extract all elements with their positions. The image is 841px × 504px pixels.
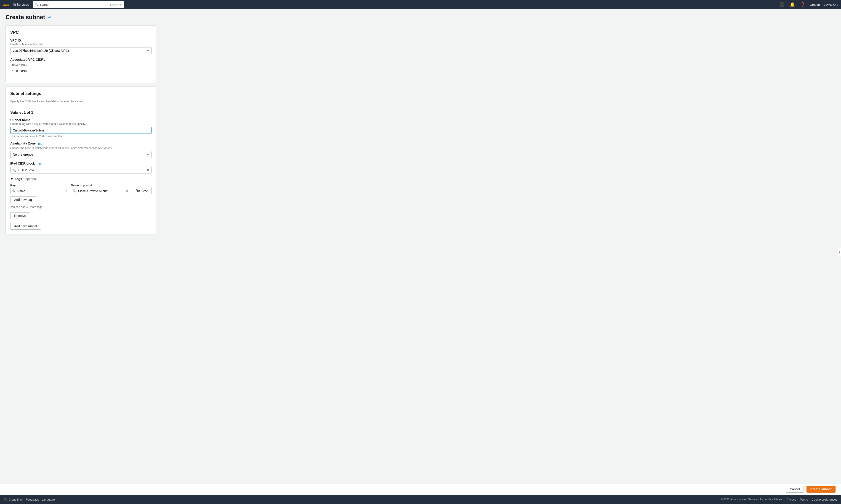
subnet-name-input[interactable] — [10, 127, 152, 134]
account-selector[interactable]: DevNetOrg — [823, 3, 838, 6]
value-header-col: Value - optional 🔍 ✕ — [71, 183, 130, 194]
aws-logo[interactable]: aws — [3, 1, 9, 8]
chevron-down-icon: ▼ — [10, 177, 14, 181]
services-menu-button[interactable]: ⊞ Services — [11, 2, 31, 8]
search-icon: 🔍 — [12, 168, 16, 172]
vpc-id-label: VPC ID — [10, 39, 152, 42]
tags-section: ▼ Tags - optional Key 🔍 ✕ Value — [10, 177, 152, 209]
tag-value-input-wrap: 🔍 ✕ — [71, 188, 130, 194]
az-label: Availability Zone — [10, 142, 36, 145]
footer-copyright: © 2023, Amazon Web Services, Inc. or its… — [721, 498, 783, 501]
vpc-card-title: VPC — [10, 30, 152, 35]
associated-cidrs-label: Associated VPC CIDRs — [10, 58, 152, 61]
tags-label: Tags — [15, 177, 22, 181]
tags-toggle-button[interactable]: ▼ Tags - optional — [10, 177, 37, 181]
vpc-id-group: VPC ID Create subnets in this VPC. vpc-0… — [10, 39, 152, 54]
subnet-name-hint: Create a tag with a key of 'Name' and a … — [10, 122, 152, 126]
key-col-header: Key — [10, 183, 69, 187]
tag-value-search-icon: 🔍 — [73, 189, 76, 193]
vpc-id-select[interactable]: vpc-077bee164cfdc9b29 (CiscoU-VPC) — [10, 47, 152, 54]
help-icon-button[interactable]: ❓ — [800, 1, 806, 8]
tags-grid: Key 🔍 ✕ Value - optional 🔍 — [10, 183, 152, 194]
top-navigation: aws ⊞ Services 🔍 [Option+S] ⬛ 🔔 ❓ Oregon… — [0, 0, 841, 9]
bottom-action-bar: Cancel Create subnet — [0, 483, 841, 495]
cookie-preferences-link[interactable]: Cookie preferences — [811, 498, 837, 501]
create-subnet-button[interactable]: Create subnet — [806, 486, 836, 492]
terminal-icon-button[interactable]: ⬛ — [778, 1, 785, 8]
ipv4-cidr-label: IPv4 CIDR block — [10, 162, 35, 165]
tag-key-input[interactable] — [16, 188, 65, 194]
page-title: Create subnet — [5, 14, 45, 21]
remove-subnet-button[interactable]: Remove — [10, 212, 30, 219]
add-new-tag-button[interactable]: Add new tag — [10, 196, 36, 203]
az-label-row: Availability Zone Info — [10, 142, 152, 146]
key-header-col: Key 🔍 ✕ — [10, 183, 69, 194]
search-shortcut: [Option+S] — [110, 3, 122, 6]
ipv4-cidr-input-wrap: 🔍 ✕ — [10, 167, 152, 174]
tag-value-input[interactable] — [77, 188, 126, 194]
nav-right: ⬛ 🔔 ❓ Oregon DevNetOrg — [778, 1, 838, 8]
side-panel-toggle[interactable]: ℹ — [838, 248, 841, 256]
page-info-link[interactable]: Info — [47, 16, 52, 19]
az-select[interactable]: No preference — [10, 151, 152, 158]
cidr-row: 10.0.0.0/16 — [10, 68, 152, 74]
az-hint: Choose the zone in which your subnet wil… — [10, 146, 152, 150]
cloudshell-button[interactable]: ⬛ CloudShell — [4, 498, 23, 501]
page-title-row: Create subnet Info — [5, 14, 836, 21]
ipv4-cidr-clear-button[interactable]: ✕ — [147, 168, 150, 172]
cidr-value: 10.0.0.0/16 — [10, 68, 152, 74]
subnet-settings-title: Subnet settings — [10, 91, 152, 96]
search-icon: 🔍 — [35, 3, 38, 6]
footer-left: ⬛ CloudShell Feedback Language — [4, 498, 55, 501]
language-link[interactable]: Language — [41, 498, 55, 501]
remove-tag-button[interactable]: Remove — [132, 187, 152, 194]
associated-cidrs-group: Associated VPC CIDRs IPv4 CIDRs 10.0.0.0… — [10, 58, 152, 74]
grid-icon: ⊞ — [13, 2, 16, 7]
remove-tag-col: Remove — [132, 187, 152, 194]
value-col-header: Value - optional — [71, 183, 130, 187]
svg-text:aws: aws — [3, 3, 9, 6]
subnet-name-label: Subnet name — [10, 118, 152, 122]
ipv4-cidr-label-row: IPv4 CIDR block Info — [10, 162, 152, 166]
main-content: Create subnet Info VPC VPC ID Create sub… — [0, 9, 841, 504]
divider — [10, 107, 152, 107]
feedback-link[interactable]: Feedback — [26, 498, 39, 501]
add-new-subnet-button[interactable]: Add new subnet — [10, 223, 41, 230]
subnet-name-group: Subnet name Create a tag with a key of '… — [10, 118, 152, 138]
availability-zone-group: Availability Zone Info Choose the zone i… — [10, 142, 152, 158]
privacy-link[interactable]: Privacy — [786, 498, 796, 501]
az-info-link[interactable]: Info — [37, 142, 42, 145]
cidr-table: IPv4 CIDRs 10.0.0.0/16 — [10, 63, 152, 74]
cancel-button[interactable]: Cancel — [786, 486, 804, 492]
subnet-name-note: The name can be up to 256 characters lon… — [10, 135, 152, 138]
ipv4-cidrs-header: IPv4 CIDRs — [10, 63, 152, 68]
tag-value-clear-button[interactable]: ✕ — [126, 189, 128, 193]
region-selector[interactable]: Oregon — [810, 3, 820, 6]
page-footer: ⬛ CloudShell Feedback Language © 2023, A… — [0, 495, 841, 504]
terminal-icon: ⬛ — [4, 498, 7, 501]
tags-optional: - optional — [23, 177, 37, 181]
tag-key-search-icon: 🔍 — [12, 189, 16, 193]
notification-bell-button[interactable]: 🔔 — [789, 1, 796, 8]
terms-link[interactable]: Terms — [800, 498, 808, 501]
tag-key-input-wrap: 🔍 ✕ — [10, 188, 69, 194]
cloudshell-label: CloudShell — [9, 498, 23, 501]
add-tag-hint: You can add 49 more tags. — [10, 205, 152, 209]
vpc-id-hint: Create subnets in this VPC. — [10, 43, 152, 46]
add-subnet-row: Add new subnet — [10, 223, 152, 230]
footer-right: © 2023, Amazon Web Services, Inc. or its… — [721, 498, 837, 501]
remove-subnet-row: Remove — [10, 212, 152, 219]
tag-key-clear-button[interactable]: ✕ — [65, 189, 68, 193]
subnet-number: Subnet 1 of 1 — [10, 110, 152, 114]
search-bar: 🔍 [Option+S] — [33, 1, 124, 8]
search-input[interactable] — [40, 3, 110, 6]
ipv4-cidr-input[interactable] — [17, 167, 147, 173]
subnet-settings-desc: Specify the CIDR blocks and Availability… — [10, 100, 152, 103]
vpc-card: VPC VPC ID Create subnets in this VPC. v… — [5, 25, 156, 83]
services-label: Services — [17, 3, 29, 6]
ipv4-cidr-info-link[interactable]: Info — [37, 162, 41, 165]
subnet-settings-card: Subnet settings Specify the CIDR blocks … — [5, 87, 156, 234]
ipv4-cidr-group: IPv4 CIDR block Info 🔍 ✕ — [10, 162, 152, 174]
